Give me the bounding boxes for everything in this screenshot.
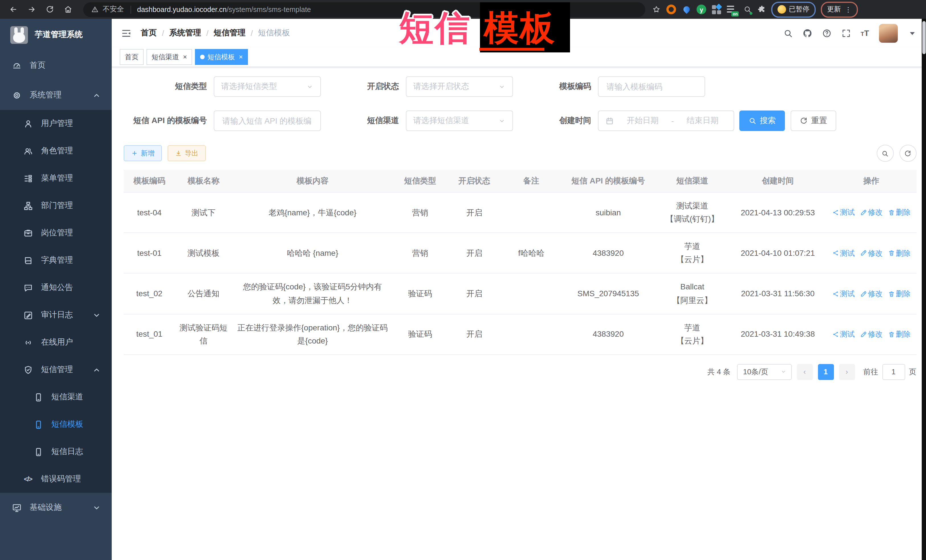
browser-menu-icon[interactable]: ⋮ bbox=[845, 5, 852, 14]
cell-api-template-id: 4383920 bbox=[561, 314, 655, 354]
channel-select[interactable]: 请选择短信渠道 bbox=[406, 110, 513, 131]
page-size-select[interactable]: 10条/页 bbox=[737, 364, 791, 380]
forward-icon[interactable] bbox=[24, 2, 39, 17]
cell-content: 老鸡{name}，牛逼{code} bbox=[232, 193, 393, 232]
update-button[interactable]: 更新⋮ bbox=[821, 2, 858, 17]
extension-icon-grid[interactable] bbox=[711, 4, 722, 15]
edit-link[interactable]: 修改 bbox=[860, 288, 883, 300]
online-icon bbox=[23, 338, 33, 347]
sidebar-item-infra[interactable]: 基础设施 bbox=[0, 493, 112, 522]
page-1-button[interactable]: 1 bbox=[818, 364, 834, 380]
chevron-down-icon bbox=[91, 503, 101, 512]
sidebar-item-sms[interactable]: 短信管理 bbox=[0, 356, 112, 383]
edit-link[interactable]: 修改 bbox=[860, 247, 883, 259]
sidebar-item-notice[interactable]: 通知公告 bbox=[0, 274, 112, 301]
fullscreen-icon[interactable] bbox=[841, 28, 851, 38]
sidebar-item-users[interactable]: 用户管理 bbox=[0, 110, 112, 137]
test-link[interactable]: 测试 bbox=[832, 207, 855, 219]
template-code-input-wrap bbox=[598, 76, 705, 97]
tab-sms-template[interactable]: 短信模板× bbox=[195, 49, 248, 65]
extension-icon-search[interactable] bbox=[742, 4, 752, 15]
search-button[interactable]: 搜索 bbox=[739, 110, 785, 131]
back-icon[interactable] bbox=[6, 2, 21, 17]
cell-remark bbox=[501, 193, 561, 232]
sidebar-item-audit-log[interactable]: 审计日志 bbox=[0, 301, 112, 329]
gear-icon bbox=[11, 90, 22, 100]
tab-sms-channel[interactable]: 短信渠道× bbox=[147, 49, 192, 65]
sms-type-select[interactable]: 请选择短信类型 bbox=[214, 76, 321, 97]
delete-link[interactable]: 删除 bbox=[888, 288, 911, 300]
chevron-down-icon bbox=[91, 310, 101, 320]
search-icon[interactable] bbox=[783, 28, 793, 38]
sidebar-item-sms-log[interactable]: 短信日志 bbox=[0, 438, 112, 465]
extension-icon-list[interactable]: on bbox=[727, 4, 737, 15]
sidebar-item-sms-channel[interactable]: 短信渠道 bbox=[0, 383, 112, 411]
test-link[interactable]: 测试 bbox=[832, 328, 855, 340]
bookmark-star-icon[interactable] bbox=[652, 5, 661, 14]
add-button[interactable]: 新增 bbox=[124, 145, 162, 161]
reload-icon[interactable] bbox=[42, 2, 57, 17]
scrollbar-thumb[interactable] bbox=[922, 21, 925, 54]
sidebar-item-error-code[interactable]: </>错误码管理 bbox=[0, 465, 112, 493]
reset-button[interactable]: 重置 bbox=[791, 110, 836, 131]
hamburger-icon[interactable] bbox=[121, 28, 132, 38]
next-page-button[interactable]: › bbox=[839, 364, 855, 380]
goto-page-input[interactable] bbox=[882, 364, 905, 380]
home-icon[interactable] bbox=[61, 2, 75, 17]
extensions-puzzle-icon[interactable] bbox=[758, 5, 766, 14]
font-size-icon[interactable]: TT bbox=[861, 29, 869, 38]
breadcrumb-separator: / bbox=[206, 29, 209, 38]
breadcrumb-item[interactable]: 首页 bbox=[141, 28, 157, 38]
sidebar-item-home[interactable]: 首页 bbox=[0, 51, 112, 80]
close-icon[interactable]: × bbox=[239, 54, 243, 60]
cell-remark bbox=[501, 274, 561, 314]
page-content: 短信类型 请选择短信类型 开启状态 请选择开启状态 模板编码 短信 API 的模 bbox=[112, 67, 926, 560]
phone-icon bbox=[33, 447, 43, 457]
sidebar-item-dict[interactable]: 字典管理 bbox=[0, 247, 112, 274]
api-template-id-input[interactable] bbox=[221, 116, 313, 126]
github-icon[interactable] bbox=[803, 28, 812, 38]
delete-link[interactable]: 删除 bbox=[888, 207, 911, 219]
sidebar-item-system[interactable]: 系统管理 bbox=[0, 80, 112, 110]
sidebar-item-menus[interactable]: 菜单管理 bbox=[0, 165, 112, 192]
status-select[interactable]: 请选择开启状态 bbox=[406, 76, 513, 97]
sidebar-item-sms-template[interactable]: 短信模板 bbox=[0, 411, 112, 438]
delete-link[interactable]: 删除 bbox=[888, 247, 911, 259]
profile-paused-badge[interactable]: 已暂停 bbox=[771, 2, 816, 17]
help-icon[interactable] bbox=[822, 28, 832, 38]
refresh-list-button[interactable] bbox=[899, 145, 916, 162]
column-header: 模板编码 bbox=[124, 170, 175, 192]
cell-channel: 芋道【云片】 bbox=[655, 233, 729, 273]
export-button[interactable]: 导出 bbox=[168, 145, 206, 161]
sidebar-item-roles[interactable]: 角色管理 bbox=[0, 137, 112, 165]
scrollbar-track[interactable] bbox=[921, 19, 926, 560]
sidebar-item-depts[interactable]: 部门管理 bbox=[0, 192, 112, 219]
date-range-picker[interactable]: 开始日期 - 结束日期 bbox=[598, 110, 734, 131]
prev-page-button[interactable]: ‹ bbox=[797, 364, 813, 380]
user-avatar[interactable] bbox=[879, 24, 897, 42]
close-icon[interactable]: × bbox=[183, 54, 187, 60]
delete-link[interactable]: 删除 bbox=[888, 328, 911, 340]
test-link[interactable]: 测试 bbox=[832, 288, 855, 300]
extension-icon-ring[interactable] bbox=[666, 4, 676, 15]
test-link[interactable]: 测试 bbox=[832, 247, 855, 259]
chevron-up-icon bbox=[91, 90, 101, 100]
code-icon: </> bbox=[23, 476, 33, 483]
cell-channel: 芋道【云片】 bbox=[655, 314, 729, 354]
tab-home[interactable]: 首页 bbox=[120, 49, 144, 65]
breadcrumb-item[interactable]: 系统管理 bbox=[169, 28, 201, 38]
extension-icon-drop[interactable] bbox=[681, 4, 691, 15]
sidebar-item-online-users[interactable]: 在线用户 bbox=[0, 329, 112, 356]
breadcrumb-item[interactable]: 短信管理 bbox=[214, 28, 246, 38]
template-code-input[interactable] bbox=[605, 82, 698, 92]
caret-down-icon[interactable] bbox=[907, 28, 917, 38]
cell-operations: 测试修改删除 bbox=[826, 274, 916, 314]
cell-name: 测试下 bbox=[175, 193, 232, 232]
annotation-text-red: 模板 bbox=[484, 5, 556, 52]
edit-link[interactable]: 修改 bbox=[860, 328, 883, 340]
extension-icon-y[interactable]: y bbox=[696, 5, 706, 14]
sidebar-item-posts[interactable]: 岗位管理 bbox=[0, 219, 112, 247]
edit-link[interactable]: 修改 bbox=[860, 207, 883, 219]
show-search-button[interactable] bbox=[876, 145, 894, 162]
column-header: 短信类型 bbox=[393, 170, 447, 192]
